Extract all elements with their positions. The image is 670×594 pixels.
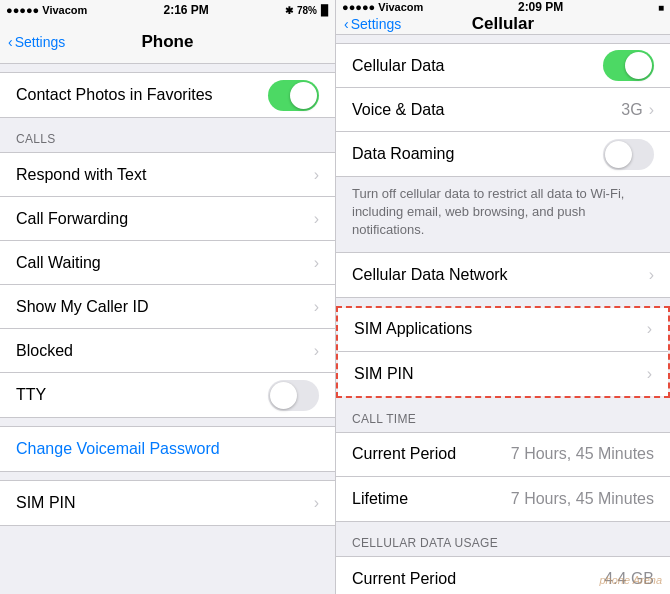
data-roaming-row[interactable]: Data Roaming xyxy=(336,132,670,176)
status-bar-left: ●●●●● Vivacom 2:16 PM ✱ 78% ▉ xyxy=(0,0,335,20)
blocked-row[interactable]: Blocked › xyxy=(0,329,335,373)
sim-pin-group-left: SIM PIN › xyxy=(0,480,335,526)
right-icons-right: ■ xyxy=(658,2,664,13)
bluetooth-icon: ✱ xyxy=(285,5,293,16)
cellular-network-group: Cellular Data Network › xyxy=(336,252,670,298)
chevron-back-icon-left: ‹ xyxy=(8,34,13,50)
sim-pin-row-left[interactable]: SIM PIN › xyxy=(0,481,335,525)
status-bar-right: ●●●●● Vivacom 2:09 PM ■ xyxy=(336,0,670,14)
blocked-label: Blocked xyxy=(16,342,73,360)
chevron-icon: › xyxy=(314,166,319,184)
chevron-back-icon-right: ‹ xyxy=(344,16,349,32)
current-period-call-value: 7 Hours, 45 Minutes xyxy=(511,445,654,463)
contact-photos-label: Contact Photos in Favorites xyxy=(16,86,213,104)
carrier-right: ●●●●● Vivacom xyxy=(342,1,423,13)
battery-left: 78% xyxy=(297,5,317,16)
cellular-top-group: Cellular Data Voice & Data 3G › Data Roa… xyxy=(336,43,670,177)
chevron-icon: › xyxy=(314,342,319,360)
chevron-icon: › xyxy=(647,365,652,383)
sim-pin-label-left: SIM PIN xyxy=(16,494,76,512)
change-voicemail-row[interactable]: Change Voicemail Password xyxy=(0,427,335,471)
back-label-right: Settings xyxy=(351,16,402,32)
voice-data-right: 3G › xyxy=(621,101,654,119)
sim-applications-label: SIM Applications xyxy=(354,320,472,338)
call-waiting-row[interactable]: Call Waiting › xyxy=(0,241,335,285)
sim-highlighted-table: SIM Applications › SIM PIN › xyxy=(338,308,668,396)
cellular-table-group: Cellular Data Voice & Data 3G › Data Roa… xyxy=(336,43,670,177)
call-forwarding-label: Call Forwarding xyxy=(16,210,128,228)
cellular-network-table: Cellular Data Network › xyxy=(336,252,670,298)
nav-bar-right: ‹ Settings Cellular xyxy=(336,14,670,35)
sim-pin-table-left: SIM PIN › xyxy=(0,480,335,526)
sim-pin-row-right[interactable]: SIM PIN › xyxy=(338,352,668,396)
tty-label: TTY xyxy=(16,386,46,404)
chevron-icon: › xyxy=(649,101,654,119)
tty-row[interactable]: TTY xyxy=(0,373,335,417)
call-time-header: CALL TIME xyxy=(336,398,670,432)
current-period-call-row: Current Period 7 Hours, 45 Minutes xyxy=(336,433,670,477)
chevron-icon: › xyxy=(314,494,319,512)
voice-data-label: Voice & Data xyxy=(352,101,445,119)
chevron-icon: › xyxy=(649,266,654,284)
current-period-call-label: Current Period xyxy=(352,445,456,463)
respond-with-text-label: Respond with Text xyxy=(16,166,146,184)
chevron-icon: › xyxy=(314,254,319,272)
nav-title-left: Phone xyxy=(142,32,194,52)
voicemail-table-group: Change Voicemail Password xyxy=(0,426,335,472)
calls-section-header: CALLS xyxy=(0,118,335,152)
time-left: 2:16 PM xyxy=(163,3,208,17)
cellular-description: Turn off cellular data to restrict all d… xyxy=(336,177,670,252)
toggle-thumb-tty xyxy=(270,382,297,409)
tty-toggle[interactable] xyxy=(268,380,319,411)
toggle-thumb xyxy=(290,82,317,109)
right-panel: ●●●●● Vivacom 2:09 PM ■ ‹ Settings Cellu… xyxy=(335,0,670,594)
cellular-data-row[interactable]: Cellular Data xyxy=(336,44,670,88)
data-roaming-toggle[interactable] xyxy=(603,139,654,170)
lifetime-value: 7 Hours, 45 Minutes xyxy=(511,490,654,508)
highlighted-box: SIM Applications › SIM PIN › xyxy=(336,306,670,398)
voice-data-value: 3G xyxy=(621,101,642,119)
data-current-period-label: Current Period xyxy=(352,570,456,588)
call-waiting-label: Call Waiting xyxy=(16,254,101,272)
battery-icon-left: ▉ xyxy=(321,5,329,16)
chevron-icon: › xyxy=(647,320,652,338)
nav-bar-left: ‹ Settings Phone xyxy=(0,20,335,64)
nav-title-right: Cellular xyxy=(472,14,534,34)
voicemail-group: Change Voicemail Password xyxy=(0,426,335,472)
cellular-data-toggle[interactable] xyxy=(603,50,654,81)
right-icons-left: ✱ 78% ▉ xyxy=(285,5,329,16)
lifetime-row: Lifetime 7 Hours, 45 Minutes xyxy=(336,477,670,521)
contact-photos-group: Contact Photos in Favorites xyxy=(0,72,335,118)
change-voicemail-label: Change Voicemail Password xyxy=(16,440,220,458)
lifetime-label: Lifetime xyxy=(352,490,408,508)
sim-applications-row[interactable]: SIM Applications › xyxy=(338,308,668,352)
call-time-table: Current Period 7 Hours, 45 Minutes Lifet… xyxy=(336,432,670,522)
show-caller-id-label: Show My Caller ID xyxy=(16,298,148,316)
calls-group: Respond with Text › Call Forwarding › Ca… xyxy=(0,152,335,418)
left-panel: ●●●●● Vivacom 2:16 PM ✱ 78% ▉ ‹ Settings… xyxy=(0,0,335,594)
top-group: Contact Photos in Favorites xyxy=(0,72,335,118)
contact-photos-toggle[interactable] xyxy=(268,80,319,111)
cellular-data-label: Cellular Data xyxy=(352,57,444,75)
battery-right: ■ xyxy=(658,2,664,13)
data-usage-header: CELLULAR DATA USAGE xyxy=(336,522,670,556)
sim-pin-label-right: SIM PIN xyxy=(354,365,414,383)
data-roaming-label: Data Roaming xyxy=(352,145,454,163)
back-button-right[interactable]: ‹ Settings xyxy=(344,16,401,32)
call-forwarding-row[interactable]: Call Forwarding › xyxy=(0,197,335,241)
cellular-network-label: Cellular Data Network xyxy=(352,266,508,284)
cellular-network-row[interactable]: Cellular Data Network › xyxy=(336,253,670,297)
show-caller-id-row[interactable]: Show My Caller ID › xyxy=(0,285,335,329)
chevron-icon: › xyxy=(314,210,319,228)
back-label-left: Settings xyxy=(15,34,66,50)
carrier-left: ●●●●● Vivacom xyxy=(6,4,87,16)
watermark: phone Arena xyxy=(599,574,662,586)
chevron-icon: › xyxy=(314,298,319,316)
voice-data-row[interactable]: Voice & Data 3G › xyxy=(336,88,670,132)
respond-with-text-row[interactable]: Respond with Text › xyxy=(0,153,335,197)
highlighted-section-wrapper: SIM Applications › SIM PIN › xyxy=(336,306,670,398)
time-right: 2:09 PM xyxy=(518,0,563,14)
contact-photos-row[interactable]: Contact Photos in Favorites xyxy=(0,73,335,117)
back-button-left[interactable]: ‹ Settings xyxy=(8,34,65,50)
